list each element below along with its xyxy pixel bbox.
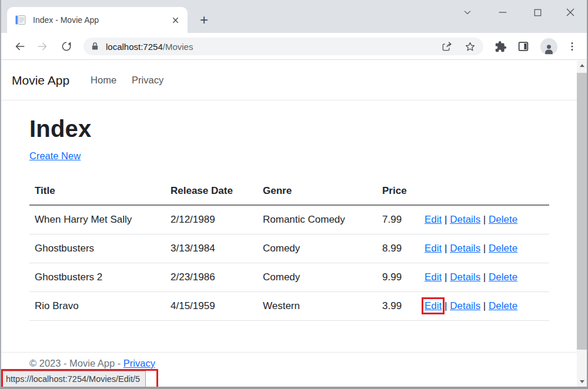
delete-link[interactable]: Delete <box>489 214 517 225</box>
site-footer: © 2023 - Movie App - Privacy <box>1 352 577 369</box>
bookmark-star-icon[interactable] <box>462 39 477 54</box>
cell-price: 3.99 <box>377 292 419 321</box>
extensions-puzzle-icon[interactable] <box>492 38 509 55</box>
delete-link[interactable]: Delete <box>489 271 517 283</box>
details-link[interactable]: Details <box>450 214 480 225</box>
cell-release-date: 4/15/1959 <box>165 292 258 321</box>
status-bar-url: https://localhost:7254/Movies/Edit/5 <box>1 371 146 387</box>
scrollbar-thumb[interactable] <box>577 73 587 350</box>
cell-title: Ghostbusters <box>29 234 165 263</box>
browser-window: Index - Movie App + <box>0 0 588 389</box>
footer-copyright: © 2023 - Movie App - <box>29 358 121 368</box>
nav-link-home[interactable]: Home <box>91 75 116 86</box>
cell-price: 7.99 <box>377 205 419 234</box>
table-row: When Harry Met Sally 2/12/1989 Romantic … <box>29 205 549 234</box>
url-text[interactable]: localhost:7254/Movies <box>106 42 430 52</box>
cell-actions: Edit | Details | Delete <box>419 234 549 263</box>
cell-release-date: 2/23/1986 <box>165 263 258 292</box>
cell-actions: Edit | Details | Delete <box>419 292 549 321</box>
table-row: Rio Bravo 4/15/1959 Western 3.99 Edit | … <box>29 292 549 321</box>
delete-link[interactable]: Delete <box>489 243 517 254</box>
web-page: Movie App Home Privacy Index Create New … <box>1 61 577 387</box>
header-price: Price <box>377 178 419 205</box>
side-panel-icon[interactable] <box>514 38 532 55</box>
forward-button[interactable] <box>34 38 51 55</box>
scroll-down-arrow-icon[interactable] <box>577 377 587 387</box>
movies-table: Title Release Date Genre Price When Harr… <box>29 178 549 321</box>
scroll-up-arrow-icon[interactable] <box>577 61 587 71</box>
details-link[interactable]: Details <box>450 271 480 283</box>
back-button[interactable] <box>11 38 29 55</box>
header-genre: Genre <box>258 178 377 205</box>
favicon-icon <box>15 15 26 25</box>
new-tab-button[interactable]: + <box>196 12 212 28</box>
address-bar[interactable]: localhost:7254/Movies <box>83 38 483 55</box>
table-row: Ghostbusters 3/13/1984 Comedy 8.99 Edit … <box>29 234 549 263</box>
details-link[interactable]: Details <box>450 300 480 311</box>
cell-genre: Western <box>258 292 377 321</box>
movies-table-body: When Harry Met Sally 2/12/1989 Romantic … <box>29 205 549 321</box>
delete-link[interactable]: Delete <box>489 300 517 311</box>
edit-link[interactable]: Edit <box>425 271 442 283</box>
lock-icon[interactable] <box>91 42 100 51</box>
profile-avatar[interactable] <box>540 38 557 55</box>
table-header-row: Title Release Date Genre Price <box>29 178 549 205</box>
cell-actions: Edit | Details | Delete <box>419 205 549 234</box>
url-path: /Movies <box>163 42 193 52</box>
edit-link[interactable]: Edit <box>425 243 442 254</box>
chevron-down-icon[interactable] <box>459 4 476 21</box>
cell-genre: Romantic Comedy <box>258 205 377 234</box>
browser-toolbar: localhost:7254/Movies <box>1 33 587 60</box>
details-link[interactable]: Details <box>450 243 480 254</box>
header-actions <box>419 178 549 205</box>
site-navbar: Movie App Home Privacy <box>1 61 577 100</box>
cell-genre: Comedy <box>258 234 377 263</box>
share-icon[interactable] <box>439 39 454 54</box>
tab-title: Index - Movie App <box>33 15 170 25</box>
page-title: Index <box>29 116 549 142</box>
header-release-date: Release Date <box>165 178 258 205</box>
maximize-button[interactable] <box>529 4 546 21</box>
cell-price: 9.99 <box>377 263 419 292</box>
main-content: Index Create New Title Release Date Genr… <box>1 116 577 321</box>
cell-title: Rio Bravo <box>29 292 165 321</box>
menu-kebab-icon[interactable] <box>563 38 581 55</box>
cell-genre: Comedy <box>258 263 377 292</box>
cell-release-date: 2/12/1989 <box>165 205 258 234</box>
footer-privacy-link[interactable]: Privacy <box>123 358 155 368</box>
reload-button[interactable] <box>58 38 75 55</box>
edit-link[interactable]: Edit <box>425 214 442 225</box>
cell-title: When Harry Met Sally <box>29 205 165 234</box>
header-title: Title <box>29 178 165 205</box>
tab-close-icon[interactable] <box>170 15 181 25</box>
create-new-link[interactable]: Create New <box>29 150 81 161</box>
status-url-text: https://localhost:7254/Movies/Edit/5 <box>6 374 140 384</box>
minimize-button[interactable] <box>494 4 512 21</box>
cell-price: 8.99 <box>377 234 419 263</box>
vertical-scrollbar[interactable] <box>577 61 587 387</box>
url-domain: localhost:7254 <box>106 42 163 52</box>
nav-link-privacy[interactable]: Privacy <box>132 75 163 86</box>
close-button[interactable] <box>562 4 579 21</box>
brand-link[interactable]: Movie App <box>12 73 69 88</box>
cell-actions: Edit | Details | Delete <box>419 263 549 292</box>
tab-strip: Index - Movie App + <box>1 0 587 33</box>
edit-link[interactable]: Edit <box>425 300 442 311</box>
table-row: Ghostbusters 2 2/23/1986 Comedy 9.99 Edi… <box>29 263 549 292</box>
cell-release-date: 3/13/1984 <box>165 234 258 263</box>
cell-title: Ghostbusters 2 <box>29 263 165 292</box>
browser-tab[interactable]: Index - Movie App <box>7 7 188 33</box>
